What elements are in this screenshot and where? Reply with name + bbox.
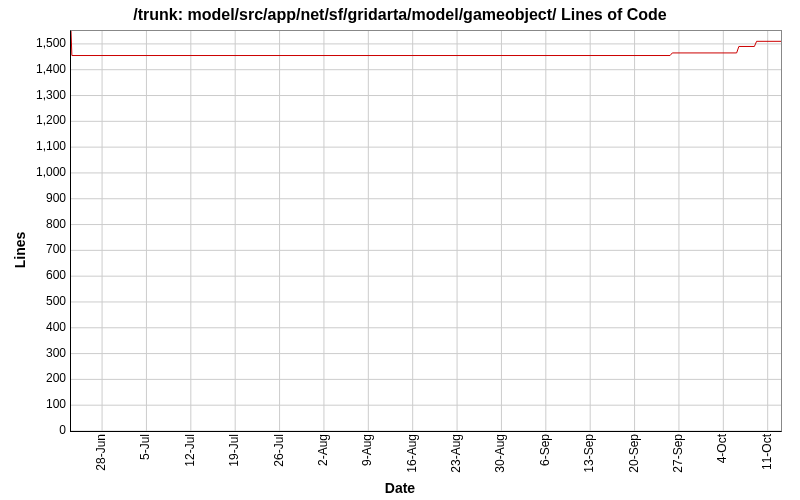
y-tick-label: 1,300 <box>16 88 66 102</box>
x-tick-label: 20-Sep <box>627 434 641 473</box>
y-tick-label: 1,400 <box>16 62 66 76</box>
x-axis-label: Date <box>0 480 800 496</box>
y-tick-label: 1,200 <box>16 113 66 127</box>
y-tick-label: 300 <box>16 346 66 360</box>
x-tick-label: 23-Aug <box>449 434 463 473</box>
x-tick-label: 26-Jul <box>272 434 286 467</box>
y-tick-label: 1,000 <box>16 165 66 179</box>
gridlines <box>71 31 781 431</box>
x-tick-label: 2-Aug <box>316 434 330 466</box>
x-tick-label: 28-Jun <box>94 434 108 471</box>
y-tick-label: 700 <box>16 242 66 256</box>
y-tick-label: 0 <box>16 423 66 437</box>
x-tick-label: 12-Jul <box>183 434 197 467</box>
y-tick-label: 800 <box>16 217 66 231</box>
x-tick-label: 27-Sep <box>671 434 685 473</box>
y-tick-label: 600 <box>16 268 66 282</box>
chart-title: /trunk: model/src/app/net/sf/gridarta/mo… <box>0 6 800 24</box>
plot-area <box>70 30 782 432</box>
x-tick-label: 9-Aug <box>360 434 374 466</box>
y-tick-label: 900 <box>16 191 66 205</box>
x-tick-label: 5-Jul <box>138 434 152 460</box>
y-tick-label: 1,100 <box>16 139 66 153</box>
loc-chart: /trunk: model/src/app/net/sf/gridarta/mo… <box>0 0 800 500</box>
x-tick-label: 30-Aug <box>493 434 507 473</box>
x-tick-label: 19-Jul <box>227 434 241 467</box>
y-tick-label: 500 <box>16 294 66 308</box>
y-tick-label: 400 <box>16 320 66 334</box>
series-line <box>71 31 781 56</box>
plot-svg <box>71 31 781 431</box>
series-group <box>71 31 781 56</box>
x-tick-label: 4-Oct <box>715 434 729 463</box>
y-tick-label: 200 <box>16 371 66 385</box>
x-tick-label: 11-Oct <box>760 434 774 470</box>
x-tick-label: 16-Aug <box>405 434 419 473</box>
x-tick-label: 13-Sep <box>582 434 596 473</box>
y-tick-label: 1,500 <box>16 36 66 50</box>
y-tick-label: 100 <box>16 397 66 411</box>
x-tick-label: 6-Sep <box>538 434 552 466</box>
